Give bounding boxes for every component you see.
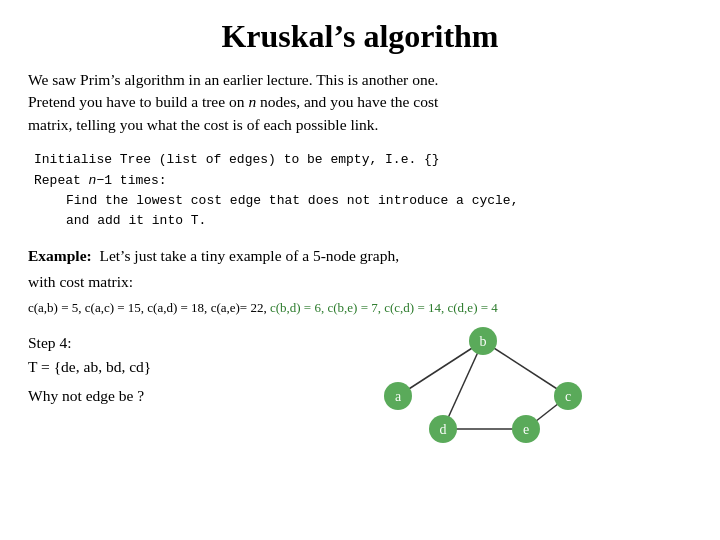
example-label: Example: xyxy=(28,247,92,264)
why-not: Why not edge be ? xyxy=(28,384,248,407)
cost-ab: c(a,b) = 5, xyxy=(28,300,85,315)
cost-bd: c(b,d) = 6, xyxy=(270,300,328,315)
step-text: Step 4: T = {de, ab, bd, cd} Why not edg… xyxy=(28,331,248,407)
cost-be: c(b,e) = 7, xyxy=(327,300,384,315)
cost-matrix: c(a,b) = 5, c(a,c) = 15, c(a,d) = 18, c(… xyxy=(28,298,692,318)
intro-text: We saw Prim’s algorithm in an earlier le… xyxy=(28,69,692,136)
step-label: Step 4: xyxy=(28,331,248,354)
code-line4: and add it into T. xyxy=(66,211,692,231)
page-title: Kruskal’s algorithm xyxy=(28,18,692,55)
cost-cd: c(c,d) = 14, xyxy=(384,300,447,315)
svg-line-1 xyxy=(483,341,568,396)
node-a-label: a xyxy=(395,389,402,404)
example-desc: Let’s just take a tiny example of a 5-no… xyxy=(99,247,399,264)
code-block: Initialise Tree (list of edges) to be em… xyxy=(34,150,692,231)
cost-ae: c(a,e)= 22, xyxy=(211,300,270,315)
node-c-label: c xyxy=(565,389,571,404)
cost-ac: c(a,c) = 15, xyxy=(85,300,148,315)
graph-svg: a b c d e xyxy=(278,321,598,451)
node-b-label: b xyxy=(480,334,487,349)
code-line1: Initialise Tree (list of edges) to be em… xyxy=(34,150,692,170)
intro-line1: We saw Prim’s algorithm in an earlier le… xyxy=(28,71,438,88)
step-section: Step 4: T = {de, ab, bd, cd} Why not edg… xyxy=(28,331,692,451)
cost-de: c(d,e) = 4 xyxy=(448,300,498,315)
code-line2: Repeat n−1 times: xyxy=(34,171,692,191)
intro-line3: matrix, telling you what the cost is of … xyxy=(28,116,378,133)
italic-n: n xyxy=(248,93,256,110)
cost-ad: c(a,d) = 18, xyxy=(147,300,210,315)
page: Kruskal’s algorithm We saw Prim’s algori… xyxy=(0,0,720,540)
step-set: T = {de, ab, bd, cd} xyxy=(28,355,248,378)
example-text: Example: Let’s just take a tiny example … xyxy=(28,245,692,267)
node-e-label: e xyxy=(523,422,529,437)
code-line3: Find the lowest cost edge that does not … xyxy=(66,191,692,211)
example-text2: with cost matrix: xyxy=(28,271,692,293)
graph-container: a b c d e xyxy=(278,321,598,451)
node-d-label: d xyxy=(440,422,447,437)
